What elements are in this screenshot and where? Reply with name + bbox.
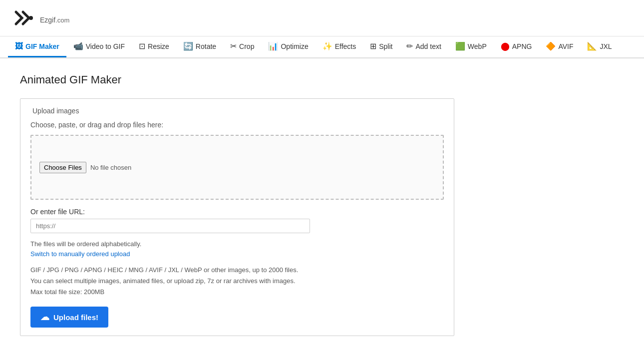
choose-files-button[interactable]: Choose Files	[39, 162, 86, 173]
logo[interactable]: Ezgif.com	[12, 6, 69, 30]
manual-order-link[interactable]: Switch to manually ordered upload	[30, 250, 130, 258]
url-input[interactable]	[30, 219, 310, 233]
svg-point-0	[29, 16, 33, 20]
avif-icon: 🔶	[546, 41, 556, 51]
no-file-text: No file chosen	[90, 164, 131, 171]
nav-split-label: Split	[379, 42, 392, 50]
nav-crop-label: Crop	[239, 42, 254, 50]
nav-resize[interactable]: ⊡ Resize	[132, 36, 176, 57]
jxl-icon: 📐	[587, 41, 597, 51]
format-line-1: GIF / JPG / PNG / APNG / HEIC / MNG / AV…	[30, 265, 444, 276]
upload-btn-label: Upload files!	[53, 313, 98, 322]
file-input-label[interactable]: Choose Files	[39, 162, 86, 173]
nav-avif-label: AVIF	[558, 42, 573, 50]
add-text-icon: ✏	[406, 41, 413, 51]
nav-add-text-label: Add text	[415, 42, 441, 50]
url-label: Or enter file URL:	[30, 208, 444, 216]
order-text: The files will be ordered alphabetically…	[30, 240, 444, 248]
crop-icon: ✂	[230, 41, 237, 51]
nav-crop[interactable]: ✂ Crop	[223, 36, 261, 57]
nav-optimize[interactable]: 📊 Optimize	[261, 36, 315, 57]
nav-webp-label: WebP	[468, 42, 487, 50]
nav-resize-label: Resize	[148, 42, 169, 50]
split-icon: ⊞	[370, 41, 376, 51]
format-info: GIF / JPG / PNG / APNG / HEIC / MNG / AV…	[30, 265, 444, 298]
main-content: Animated GIF Maker Upload images Choose,…	[0, 58, 644, 351]
effects-icon: ✨	[322, 41, 332, 51]
nav-gif-maker[interactable]: 🖼 GIF Maker	[8, 37, 66, 57]
nav-effects[interactable]: ✨ Effects	[316, 36, 363, 57]
nav-effects-label: Effects	[335, 42, 356, 50]
nav-gif-maker-label: GIF Maker	[25, 42, 59, 50]
nav-webp[interactable]: 🟩 WebP	[448, 36, 494, 57]
upload-button[interactable]: ☁ Upload files!	[30, 307, 108, 328]
navigation: 🖼 GIF Maker 📹 Video to GIF ⊡ Resize 🔄 Ro…	[0, 36, 644, 58]
nav-avif[interactable]: 🔶 AVIF	[539, 36, 580, 57]
nav-video-to-gif[interactable]: 📹 Video to GIF	[66, 36, 132, 57]
format-line-3: Max total file size: 200MB	[30, 287, 444, 298]
resize-icon: ⊡	[139, 41, 145, 51]
apng-icon: ⬤	[501, 41, 510, 51]
nav-optimize-label: Optimize	[281, 42, 308, 50]
nav-apng[interactable]: ⬤ APNG	[494, 36, 539, 57]
header: Ezgif.com	[0, 0, 644, 36]
page-title: Animated GIF Maker	[20, 73, 624, 86]
webp-icon: 🟩	[455, 41, 465, 51]
rotate-icon: 🔄	[183, 41, 193, 51]
upload-legend: Upload images	[30, 107, 81, 115]
optimize-icon: 📊	[268, 41, 278, 51]
gif-maker-icon: 🖼	[15, 42, 23, 51]
dropzone[interactable]: Choose Files No file chosen	[30, 135, 444, 200]
nav-rotate-label: Rotate	[196, 42, 216, 50]
upload-instruction: Choose, paste, or drag and drop files he…	[30, 121, 444, 129]
logo-icon	[12, 6, 36, 30]
nav-jxl[interactable]: 📐 JXL	[580, 36, 619, 57]
nav-add-text[interactable]: ✏ Add text	[399, 36, 448, 57]
nav-video-to-gif-label: Video to GIF	[86, 42, 125, 50]
upload-section: Upload images Choose, paste, or drag and…	[20, 98, 454, 336]
upload-icon: ☁	[40, 312, 49, 323]
nav-apng-label: APNG	[512, 42, 532, 50]
nav-rotate[interactable]: 🔄 Rotate	[176, 36, 223, 57]
video-to-gif-icon: 📹	[73, 41, 83, 51]
nav-split[interactable]: ⊞ Split	[363, 36, 399, 57]
nav-jxl-label: JXL	[600, 42, 612, 50]
logo-text: Ezgif.com	[40, 10, 69, 26]
format-line-2: You can select multiple images, animated…	[30, 276, 444, 287]
